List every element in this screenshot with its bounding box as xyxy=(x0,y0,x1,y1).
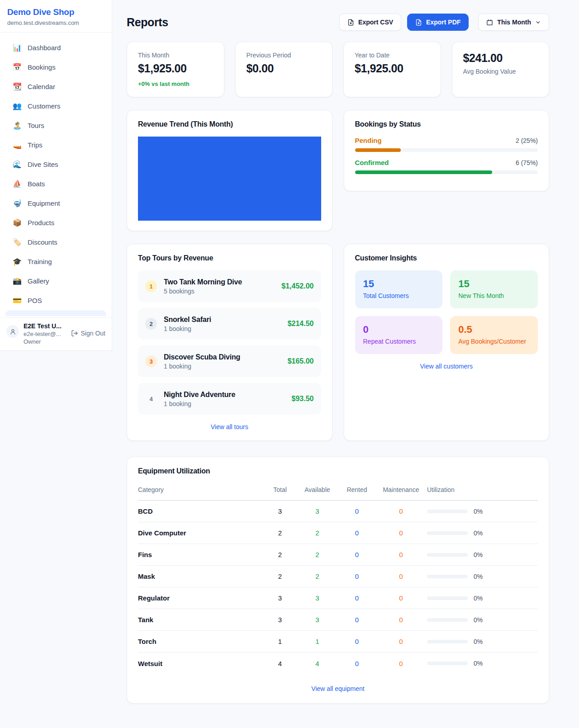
utilization-bar-track xyxy=(427,662,468,665)
equipment-total: 3 xyxy=(264,594,296,602)
tour-bookings: 1 booking xyxy=(164,400,235,407)
people-icon: 👥 xyxy=(13,102,22,110)
utilization-percent: 0% xyxy=(474,616,483,624)
equipment-available: 2 xyxy=(296,551,339,558)
sidebar-item-boats[interactable]: ⛵ Boats xyxy=(5,174,106,194)
stat-cards-row: This Month $1,925.00 +0% vs last month P… xyxy=(127,42,549,97)
period-label: This Month xyxy=(497,19,531,26)
sidebar-item-dive-sites[interactable]: 🌊 Dive Sites xyxy=(5,155,106,174)
insight-label: Repeat Customers xyxy=(363,338,435,345)
stat-value: $1,925.00 xyxy=(355,62,430,75)
nav-item-label: Gallery xyxy=(28,277,49,285)
status-head: Confirmed 6 (75%) xyxy=(355,159,538,166)
sidebar-item-gallery[interactable]: 📸 Gallery xyxy=(5,271,106,291)
sidebar-item-pos[interactable]: 💳 POS xyxy=(5,291,106,310)
stat-label: This Month xyxy=(138,52,213,59)
utilization-percent: 0% xyxy=(474,573,483,580)
equipment-maintenance: 0 xyxy=(375,529,427,537)
view-all-customers-link[interactable]: View all customers xyxy=(355,363,538,370)
sidebar-item-dashboard[interactable]: 📊 Dashboard xyxy=(5,38,106,57)
label-tag-icon: 🏷️ xyxy=(13,238,22,246)
tour-name: Two Tank Morning Dive xyxy=(164,278,242,286)
equipment-category: Dive Computer xyxy=(138,529,264,537)
status-bar-fill xyxy=(355,148,401,152)
sidebar-item-training[interactable]: 🎓 Training xyxy=(5,252,106,271)
equipment-total: 3 xyxy=(264,616,296,624)
page-header: Reports Export CSV Export PDF This Month xyxy=(127,14,549,31)
sidebar-item-discounts[interactable]: 🏷️ Discounts xyxy=(5,232,106,252)
period-dropdown[interactable]: This Month xyxy=(478,14,549,31)
sidebar-item-reports-active-partial[interactable] xyxy=(5,310,106,316)
nav-item-label: Bookings xyxy=(28,63,56,71)
header-actions: Export CSV Export PDF This Month xyxy=(339,14,549,31)
stat-value: $241.00 xyxy=(463,52,538,65)
equipment-category: Regulator xyxy=(138,594,264,602)
utilization-bar-track xyxy=(427,618,468,622)
insight-tiles: 15 Total Customers 15 New This Month 0 R… xyxy=(355,270,538,354)
equipment-total: 4 xyxy=(264,660,296,667)
equipment-category: Mask xyxy=(138,572,264,580)
sidebar-item-trips[interactable]: 🚤 Trips xyxy=(5,135,106,155)
equipment-utilization-cell: 0% xyxy=(427,529,538,537)
export-pdf-label: Export PDF xyxy=(426,19,460,26)
equipment-rented: 0 xyxy=(339,507,375,515)
equipment-maintenance: 0 xyxy=(375,616,427,624)
wave-icon: 🌊 xyxy=(13,160,22,169)
equipment-maintenance: 0 xyxy=(375,660,427,667)
sidebar-item-bookings[interactable]: 📅 Bookings xyxy=(5,57,106,77)
sidebar-header: Demo Dive Shop demo.test.divestreams.com xyxy=(0,0,112,33)
sidebar-item-calendar[interactable]: 📆 Calendar xyxy=(5,77,106,96)
equipment-table-row: Mask 2 2 0 0 0% xyxy=(138,566,538,587)
tour-name: Night Dive Adventure xyxy=(164,391,235,399)
equipment-category: BCD xyxy=(138,507,264,515)
nav-item-label: Dive Sites xyxy=(28,161,58,168)
sidebar-item-equipment[interactable]: 🤿 Equipment xyxy=(5,194,106,213)
equipment-total: 2 xyxy=(264,551,296,558)
equipment-rented: 0 xyxy=(339,529,375,537)
export-pdf-button[interactable]: Export PDF xyxy=(407,14,469,31)
status-bar-track xyxy=(355,148,538,152)
equipment-available: 3 xyxy=(296,507,339,515)
view-all-equipment-link[interactable]: View all equipment xyxy=(138,685,538,692)
insight-value: 0.5 xyxy=(458,324,530,336)
equipment-utilization-cell: 0% xyxy=(427,616,538,624)
credit-card-icon: 💳 xyxy=(13,296,22,305)
sidebar-item-customers[interactable]: 👥 Customers xyxy=(5,96,106,116)
sign-out-button[interactable]: Sign Out xyxy=(71,330,105,337)
stat-value: $0.00 xyxy=(247,62,322,75)
insights-row: Top Tours by Revenue 1 Two Tank Morning … xyxy=(127,244,549,441)
insight-tile: 15 Total Customers xyxy=(355,270,443,308)
equipment-table-row: BCD 3 3 0 0 0% xyxy=(138,501,538,522)
utilization-percent: 0% xyxy=(474,551,483,558)
sign-out-label: Sign Out xyxy=(81,330,105,337)
bookings-by-status-card: Bookings by Status Pending 2 (25%) Confi… xyxy=(344,110,550,191)
tour-bookings: 1 booking xyxy=(164,325,211,332)
sidebar-item-products[interactable]: 📦 Products xyxy=(5,213,106,232)
file-download-icon xyxy=(347,19,354,26)
equipment-available: 2 xyxy=(296,529,339,537)
equipment-table-row: Regulator 3 3 0 0 0% xyxy=(138,587,538,609)
nav-item-label: POS xyxy=(28,297,42,304)
calendar-icon xyxy=(486,19,493,26)
export-csv-button[interactable]: Export CSV xyxy=(339,14,401,31)
chevron-down-icon xyxy=(535,19,541,25)
view-all-tours-link[interactable]: View all tours xyxy=(138,423,321,430)
nav-item-label: Discounts xyxy=(28,238,57,246)
stat-label: Year to Date xyxy=(355,52,430,59)
equipment-utilization-card: Equipment Utilization Category Total Ava… xyxy=(127,457,549,704)
status-bar-fill xyxy=(355,170,492,174)
sidebar-item-tours[interactable]: 🏝️ Tours xyxy=(5,116,106,135)
tour-revenue: $214.50 xyxy=(288,320,314,328)
user-info: E2E Test U... e2e-tester@... Owner xyxy=(24,322,62,345)
insight-tile: 0.5 Avg Bookings/Customer xyxy=(450,316,538,354)
equipment-total: 1 xyxy=(264,638,296,645)
equipment-rented: 0 xyxy=(339,660,375,667)
nav-item-label: Calendar xyxy=(28,83,55,90)
nav-item-label: Boats xyxy=(28,180,45,188)
equipment-maintenance: 0 xyxy=(375,572,427,580)
rank-badge: 2 xyxy=(145,318,157,330)
utilization-bar-track xyxy=(427,510,468,513)
status-bar-track xyxy=(355,170,538,174)
island-icon: 🏝️ xyxy=(13,121,22,130)
user-email: e2e-tester@... xyxy=(24,331,62,337)
